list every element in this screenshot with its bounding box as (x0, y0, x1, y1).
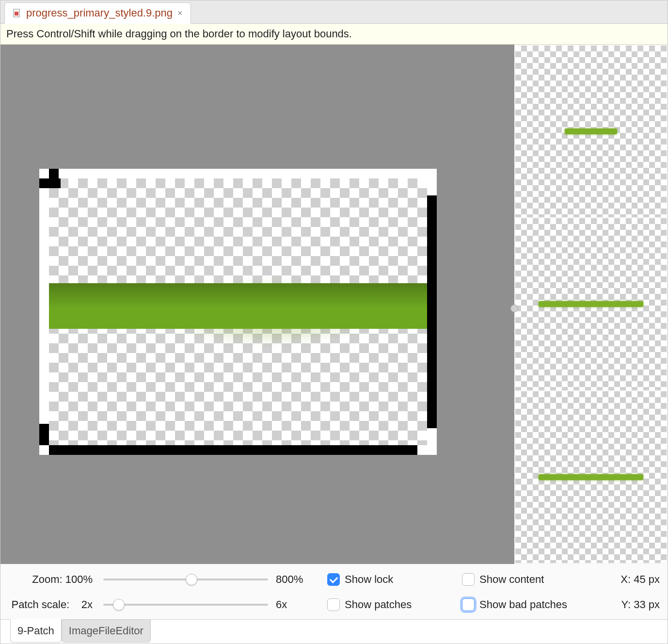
check-icon (462, 573, 475, 586)
patch-scale-slider[interactable] (103, 600, 268, 610)
progress-bar-content (49, 283, 427, 329)
check-icon (462, 598, 475, 611)
subtab-9patch[interactable]: 9-Patch (10, 619, 62, 643)
patch-scale-min: 2x (81, 598, 93, 611)
file-tab[interactable]: progress_primary_styled.9.png × (4, 2, 191, 24)
editor-tab-bar: progress_primary_styled.9.png × (0, 0, 668, 24)
hint-bar: Press Control/Shift while dragging on th… (0, 24, 668, 45)
preview-bar-2 (539, 301, 643, 307)
patch-scale-label: Patch scale: (11, 598, 69, 611)
patch-scale-max: 6x (276, 598, 319, 611)
checkbox-show-bad-patches[interactable]: Show bad patches (462, 598, 589, 611)
checkbox-show-patches[interactable]: Show patches (327, 598, 454, 611)
subtab-bar: 9-Patch ImageFileEditor (0, 619, 668, 644)
nine-patch-canvas[interactable] (39, 169, 437, 455)
zoom-max: 800% (276, 573, 319, 586)
editor-area (0, 45, 668, 564)
patch-guide-bottom-a[interactable] (49, 445, 68, 455)
file-tab-label: progress_primary_styled.9.png (26, 7, 173, 19)
canvas-pane[interactable] (0, 45, 514, 564)
checkbox-show-content[interactable]: Show content (462, 573, 589, 586)
zoom-slider[interactable] (103, 575, 268, 584)
coord-y: Y: 33 px (597, 598, 660, 611)
preview-bar-1 (565, 129, 617, 134)
preview-cell-3 (515, 391, 667, 563)
checkbox-label: Show patches (345, 598, 412, 611)
check-icon (327, 573, 340, 586)
preview-splitter-handle[interactable] (510, 305, 518, 312)
preview-bar-3 (539, 474, 643, 480)
patch-guide-right[interactable] (427, 195, 437, 428)
patch-guide-left-a[interactable] (49, 169, 59, 188)
close-tab-icon[interactable]: × (177, 8, 183, 18)
zoom-min: 100% (65, 573, 93, 585)
preview-cell-2 (515, 218, 667, 390)
svg-rect-1 (15, 12, 18, 16)
checkbox-show-lock[interactable]: Show lock (327, 573, 454, 586)
check-icon (327, 598, 340, 611)
patch-guide-bottom-b[interactable] (68, 445, 417, 455)
coord-x: X: 45 px (597, 573, 660, 586)
preview-cell-1 (515, 46, 667, 217)
checkbox-label: Show bad patches (479, 598, 567, 611)
zoom-label: Zoom: (32, 573, 62, 585)
preview-pane (514, 45, 668, 564)
subtab-image-file-editor[interactable]: ImageFileEditor (62, 619, 151, 643)
image-file-icon (13, 9, 21, 17)
patch-guide-left-b[interactable] (39, 424, 49, 445)
controls-bar: Zoom: 100% 800% Show lock Show content X… (0, 564, 668, 619)
checkbox-label: Show content (479, 573, 544, 586)
checkbox-label: Show lock (345, 573, 393, 586)
